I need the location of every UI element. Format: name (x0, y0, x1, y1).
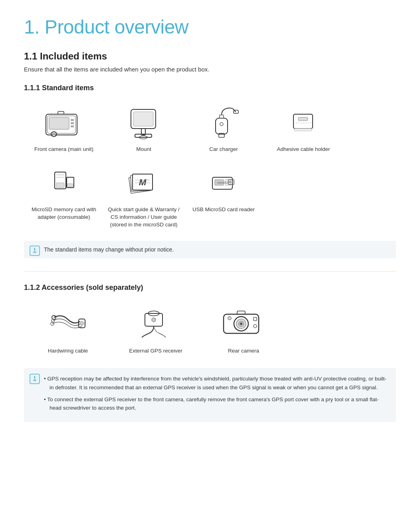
rear-camera-icon (220, 305, 267, 343)
svg-rect-3 (71, 119, 74, 121)
section-1-1-heading: 1.1 Included items (24, 51, 396, 62)
svg-rect-17 (234, 110, 238, 113)
svg-rect-28 (67, 184, 73, 187)
svg-point-48 (80, 321, 84, 325)
section-1-1-2-heading: 1.1.2 Accessories (sold separately) (24, 283, 396, 292)
microsd-label: MicroSD memory card with adapter (consum… (27, 206, 101, 221)
item-rear-camera: Rear camera (200, 301, 287, 359)
svg-rect-8 (58, 111, 64, 114)
svg-point-43 (34, 250, 35, 251)
item-usb-reader: microSD USB MicroSD card reader (184, 161, 263, 233)
page-title: 1. Product overview (24, 16, 396, 38)
svg-text:microSD: microSD (217, 181, 228, 184)
adhesive-cable-holder-icon (281, 105, 325, 141)
svg-point-61 (229, 317, 230, 319)
gps-receiver-label: External GPS receiver (129, 347, 182, 355)
item-gps-receiver: External GPS receiver (112, 301, 200, 359)
svg-rect-24 (56, 183, 64, 188)
info-item-2: To connect the external GPS receiver to … (44, 395, 389, 412)
gps-receiver-icon (132, 305, 180, 343)
section-desc: Ensure that all the items are included w… (24, 66, 396, 73)
hardwiring-cable-label: Hardwiring cable (48, 347, 88, 355)
svg-rect-16 (220, 115, 224, 118)
section-divider (24, 271, 396, 271)
mount-label: Mount (136, 146, 151, 153)
svg-point-56 (240, 323, 242, 325)
item-microsd: MicroSD memory card with adapter (consum… (24, 161, 104, 233)
svg-rect-19 (293, 114, 313, 129)
svg-text:M: M (139, 177, 147, 187)
item-quick-guide: M Quick start guide & Warranty / CS info… (104, 161, 184, 233)
svg-point-63 (34, 379, 35, 380)
car-charger-label: Car charger (209, 146, 238, 153)
svg-point-59 (254, 325, 257, 328)
item-car-charger: Car charger (184, 101, 263, 157)
svg-rect-5 (71, 125, 74, 127)
quick-guide-label: Quick start guide & Warranty / CS inform… (107, 206, 180, 229)
svg-rect-39 (229, 181, 231, 183)
svg-rect-10 (133, 112, 153, 126)
microsd-icon (42, 165, 86, 201)
front-camera-label: Front camera (main unit) (34, 146, 93, 153)
front-camera-icon (42, 105, 86, 141)
hardwiring-cable-icon (44, 305, 92, 343)
item-adhesive-cable-holder: Adhesive cable holder (263, 101, 343, 157)
item-hardwiring-cable: Hardwiring cable (24, 301, 112, 359)
svg-rect-40 (232, 181, 233, 183)
svg-rect-22 (294, 129, 312, 131)
standard-items-notice: The standard items may change without pr… (24, 241, 396, 258)
svg-rect-14 (216, 118, 228, 134)
svg-rect-4 (71, 122, 74, 124)
quick-guide-icon: M (122, 165, 166, 201)
accessories-info-box: GPS reception may be affected by interfe… (24, 368, 396, 422)
usb-reader-label: USB MicroSD card reader (192, 206, 255, 214)
item-mount: Mount (104, 101, 184, 157)
svg-point-18 (220, 123, 223, 126)
svg-rect-58 (254, 317, 257, 321)
svg-point-51 (152, 318, 156, 322)
mount-icon (122, 105, 166, 141)
section-1-1-1-heading: 1.1.1 Standard items (24, 84, 396, 92)
accessories-grid: Hardwiring cable External GPS receiver (24, 301, 396, 359)
notice-icon (30, 246, 40, 256)
car-charger-icon (202, 105, 246, 141)
svg-point-46 (51, 322, 54, 325)
svg-point-7 (52, 133, 55, 135)
svg-rect-2 (49, 117, 69, 129)
info-icon (30, 374, 40, 384)
adhesive-cable-holder-label: Adhesive cable holder (277, 146, 330, 153)
usb-reader-icon: microSD (202, 165, 246, 201)
notice-text: The standard items may change without pr… (44, 246, 174, 253)
svg-rect-20 (298, 117, 308, 121)
rear-camera-label: Rear camera (228, 347, 259, 355)
info-item-1: GPS reception may be affected by interfe… (44, 374, 389, 392)
item-front-camera: Front camera (main unit) (24, 101, 104, 157)
standard-items-grid: Front camera (main unit) Mount (24, 101, 396, 233)
info-list: GPS reception may be affected by interfe… (44, 374, 389, 412)
